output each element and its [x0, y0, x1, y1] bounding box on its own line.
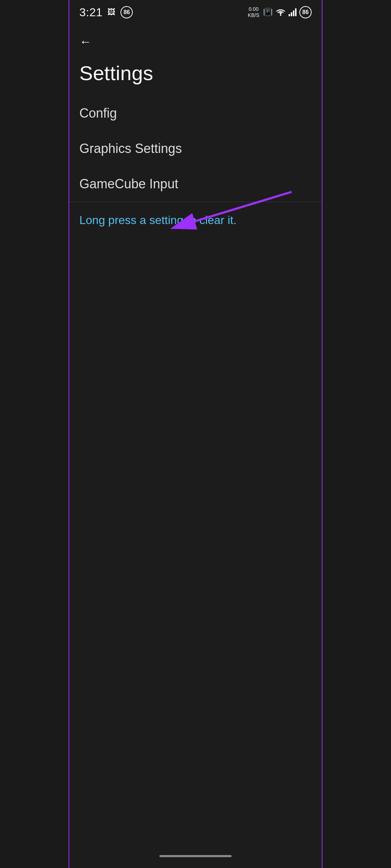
network-speed-value: 0.00: [249, 6, 258, 12]
svg-rect-2: [291, 12, 292, 16]
svg-point-0: [280, 14, 281, 16]
svg-rect-4: [295, 8, 296, 16]
signal-bars-icon: [289, 8, 296, 16]
status-time: 3:21: [79, 6, 102, 19]
battery-badge: 86: [120, 6, 133, 18]
wifi-icon: [276, 8, 286, 16]
menu-list: Config Graphics Settings GameCube Input: [69, 96, 322, 202]
back-button-row: ←: [69, 22, 322, 54]
network-speed: 0.00 KB/S: [248, 6, 259, 18]
menu-item-gamecube-input[interactable]: GameCube Input: [69, 166, 322, 202]
nav-bar-indicator: [159, 855, 232, 857]
back-arrow-icon: ←: [79, 35, 92, 48]
svg-rect-1: [289, 14, 290, 16]
signal-icons: 📳 86: [263, 6, 312, 18]
info-section: Long press a setting to clear it.: [69, 202, 322, 238]
status-bar-right: 0.00 KB/S 📳: [248, 6, 312, 18]
network-speed-unit: KB/S: [248, 12, 259, 18]
vibrate-icon: 📳: [263, 8, 273, 17]
phone-frame: 3:21 🖼 86 0.00 KB/S 📳: [69, 0, 322, 868]
battery-badge-right: 86: [299, 6, 312, 18]
status-bar-left: 3:21 🖼 86: [79, 6, 133, 19]
menu-item-config[interactable]: Config: [69, 96, 322, 131]
page-title: Settings: [69, 54, 322, 96]
back-button[interactable]: ←: [79, 32, 92, 51]
image-icon: 🖼: [107, 8, 115, 17]
svg-rect-3: [293, 10, 294, 16]
menu-item-graphics-settings[interactable]: Graphics Settings: [69, 131, 322, 166]
info-text: Long press a setting to clear it.: [79, 214, 312, 227]
status-bar: 3:21 🖼 86 0.00 KB/S 📳: [69, 0, 322, 22]
